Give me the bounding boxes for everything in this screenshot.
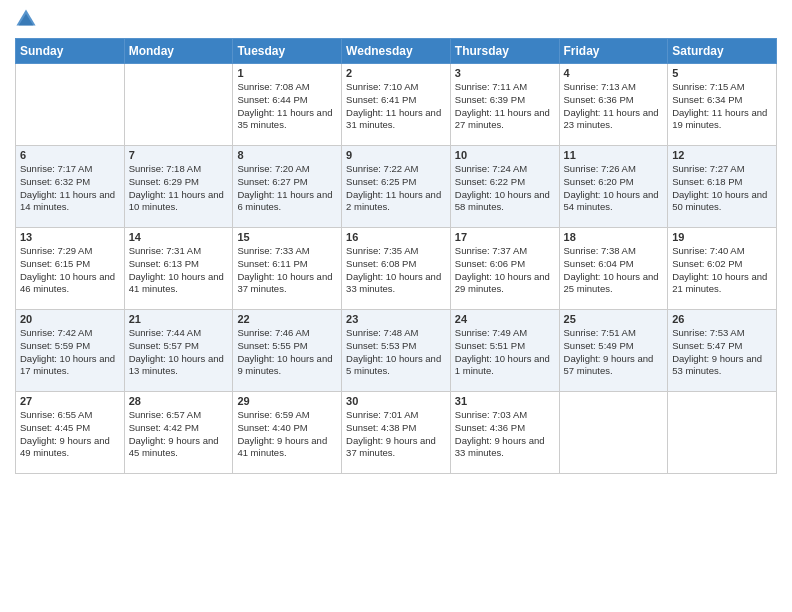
day-info: Sunrise: 7:33 AM Sunset: 6:11 PM Dayligh…: [237, 245, 337, 296]
day-number: 10: [455, 149, 555, 161]
day-number: 14: [129, 231, 229, 243]
calendar-cell: 13Sunrise: 7:29 AM Sunset: 6:15 PM Dayli…: [16, 228, 125, 310]
day-info: Sunrise: 7:49 AM Sunset: 5:51 PM Dayligh…: [455, 327, 555, 378]
day-info: Sunrise: 7:51 AM Sunset: 5:49 PM Dayligh…: [564, 327, 664, 378]
calendar-cell: 1Sunrise: 7:08 AM Sunset: 6:44 PM Daylig…: [233, 64, 342, 146]
calendar-cell: 12Sunrise: 7:27 AM Sunset: 6:18 PM Dayli…: [668, 146, 777, 228]
day-number: 31: [455, 395, 555, 407]
day-number: 1: [237, 67, 337, 79]
calendar-cell: 26Sunrise: 7:53 AM Sunset: 5:47 PM Dayli…: [668, 310, 777, 392]
calendar-cell: 10Sunrise: 7:24 AM Sunset: 6:22 PM Dayli…: [450, 146, 559, 228]
day-info: Sunrise: 7:01 AM Sunset: 4:38 PM Dayligh…: [346, 409, 446, 460]
day-number: 26: [672, 313, 772, 325]
logo-icon: [15, 8, 37, 30]
day-info: Sunrise: 7:35 AM Sunset: 6:08 PM Dayligh…: [346, 245, 446, 296]
calendar-week-row: 27Sunrise: 6:55 AM Sunset: 4:45 PM Dayli…: [16, 392, 777, 474]
day-info: Sunrise: 7:29 AM Sunset: 6:15 PM Dayligh…: [20, 245, 120, 296]
calendar-week-row: 1Sunrise: 7:08 AM Sunset: 6:44 PM Daylig…: [16, 64, 777, 146]
day-info: Sunrise: 7:17 AM Sunset: 6:32 PM Dayligh…: [20, 163, 120, 214]
day-number: 27: [20, 395, 120, 407]
day-number: 23: [346, 313, 446, 325]
day-number: 15: [237, 231, 337, 243]
day-number: 12: [672, 149, 772, 161]
calendar-cell: 3Sunrise: 7:11 AM Sunset: 6:39 PM Daylig…: [450, 64, 559, 146]
calendar: SundayMondayTuesdayWednesdayThursdayFrid…: [15, 38, 777, 474]
calendar-cell: 22Sunrise: 7:46 AM Sunset: 5:55 PM Dayli…: [233, 310, 342, 392]
day-info: Sunrise: 7:46 AM Sunset: 5:55 PM Dayligh…: [237, 327, 337, 378]
calendar-day-header: Wednesday: [342, 39, 451, 64]
calendar-cell: 8Sunrise: 7:20 AM Sunset: 6:27 PM Daylig…: [233, 146, 342, 228]
day-info: Sunrise: 7:44 AM Sunset: 5:57 PM Dayligh…: [129, 327, 229, 378]
header: [15, 10, 777, 30]
day-info: Sunrise: 7:42 AM Sunset: 5:59 PM Dayligh…: [20, 327, 120, 378]
day-number: 9: [346, 149, 446, 161]
calendar-cell: [124, 64, 233, 146]
day-info: Sunrise: 7:48 AM Sunset: 5:53 PM Dayligh…: [346, 327, 446, 378]
calendar-cell: 24Sunrise: 7:49 AM Sunset: 5:51 PM Dayli…: [450, 310, 559, 392]
day-number: 8: [237, 149, 337, 161]
day-info: Sunrise: 7:38 AM Sunset: 6:04 PM Dayligh…: [564, 245, 664, 296]
calendar-cell: 18Sunrise: 7:38 AM Sunset: 6:04 PM Dayli…: [559, 228, 668, 310]
day-info: Sunrise: 7:31 AM Sunset: 6:13 PM Dayligh…: [129, 245, 229, 296]
day-number: 28: [129, 395, 229, 407]
day-info: Sunrise: 7:15 AM Sunset: 6:34 PM Dayligh…: [672, 81, 772, 132]
calendar-cell: 4Sunrise: 7:13 AM Sunset: 6:36 PM Daylig…: [559, 64, 668, 146]
calendar-cell: [559, 392, 668, 474]
calendar-cell: 30Sunrise: 7:01 AM Sunset: 4:38 PM Dayli…: [342, 392, 451, 474]
day-info: Sunrise: 7:26 AM Sunset: 6:20 PM Dayligh…: [564, 163, 664, 214]
calendar-cell: 16Sunrise: 7:35 AM Sunset: 6:08 PM Dayli…: [342, 228, 451, 310]
calendar-cell: 21Sunrise: 7:44 AM Sunset: 5:57 PM Dayli…: [124, 310, 233, 392]
day-info: Sunrise: 6:59 AM Sunset: 4:40 PM Dayligh…: [237, 409, 337, 460]
day-number: 5: [672, 67, 772, 79]
day-info: Sunrise: 7:24 AM Sunset: 6:22 PM Dayligh…: [455, 163, 555, 214]
day-number: 16: [346, 231, 446, 243]
calendar-day-header: Monday: [124, 39, 233, 64]
page: SundayMondayTuesdayWednesdayThursdayFrid…: [0, 0, 792, 484]
day-number: 25: [564, 313, 664, 325]
calendar-cell: 5Sunrise: 7:15 AM Sunset: 6:34 PM Daylig…: [668, 64, 777, 146]
day-info: Sunrise: 6:57 AM Sunset: 4:42 PM Dayligh…: [129, 409, 229, 460]
calendar-day-header: Friday: [559, 39, 668, 64]
calendar-cell: 9Sunrise: 7:22 AM Sunset: 6:25 PM Daylig…: [342, 146, 451, 228]
day-number: 22: [237, 313, 337, 325]
day-info: Sunrise: 7:22 AM Sunset: 6:25 PM Dayligh…: [346, 163, 446, 214]
day-info: Sunrise: 7:03 AM Sunset: 4:36 PM Dayligh…: [455, 409, 555, 460]
day-number: 21: [129, 313, 229, 325]
calendar-day-header: Thursday: [450, 39, 559, 64]
day-number: 7: [129, 149, 229, 161]
day-info: Sunrise: 6:55 AM Sunset: 4:45 PM Dayligh…: [20, 409, 120, 460]
day-number: 11: [564, 149, 664, 161]
calendar-week-row: 20Sunrise: 7:42 AM Sunset: 5:59 PM Dayli…: [16, 310, 777, 392]
day-number: 2: [346, 67, 446, 79]
calendar-day-header: Saturday: [668, 39, 777, 64]
calendar-cell: 27Sunrise: 6:55 AM Sunset: 4:45 PM Dayli…: [16, 392, 125, 474]
calendar-header-row: SundayMondayTuesdayWednesdayThursdayFrid…: [16, 39, 777, 64]
day-info: Sunrise: 7:10 AM Sunset: 6:41 PM Dayligh…: [346, 81, 446, 132]
calendar-cell: 19Sunrise: 7:40 AM Sunset: 6:02 PM Dayli…: [668, 228, 777, 310]
day-number: 24: [455, 313, 555, 325]
calendar-week-row: 6Sunrise: 7:17 AM Sunset: 6:32 PM Daylig…: [16, 146, 777, 228]
calendar-cell: 17Sunrise: 7:37 AM Sunset: 6:06 PM Dayli…: [450, 228, 559, 310]
day-number: 19: [672, 231, 772, 243]
day-number: 30: [346, 395, 446, 407]
calendar-cell: 23Sunrise: 7:48 AM Sunset: 5:53 PM Dayli…: [342, 310, 451, 392]
day-info: Sunrise: 7:18 AM Sunset: 6:29 PM Dayligh…: [129, 163, 229, 214]
day-number: 13: [20, 231, 120, 243]
calendar-cell: 15Sunrise: 7:33 AM Sunset: 6:11 PM Dayli…: [233, 228, 342, 310]
calendar-cell: 25Sunrise: 7:51 AM Sunset: 5:49 PM Dayli…: [559, 310, 668, 392]
day-info: Sunrise: 7:53 AM Sunset: 5:47 PM Dayligh…: [672, 327, 772, 378]
calendar-cell: [16, 64, 125, 146]
calendar-week-row: 13Sunrise: 7:29 AM Sunset: 6:15 PM Dayli…: [16, 228, 777, 310]
calendar-cell: 29Sunrise: 6:59 AM Sunset: 4:40 PM Dayli…: [233, 392, 342, 474]
calendar-cell: 2Sunrise: 7:10 AM Sunset: 6:41 PM Daylig…: [342, 64, 451, 146]
day-number: 4: [564, 67, 664, 79]
calendar-cell: 28Sunrise: 6:57 AM Sunset: 4:42 PM Dayli…: [124, 392, 233, 474]
day-info: Sunrise: 7:37 AM Sunset: 6:06 PM Dayligh…: [455, 245, 555, 296]
calendar-day-header: Tuesday: [233, 39, 342, 64]
day-info: Sunrise: 7:20 AM Sunset: 6:27 PM Dayligh…: [237, 163, 337, 214]
day-number: 17: [455, 231, 555, 243]
calendar-cell: 6Sunrise: 7:17 AM Sunset: 6:32 PM Daylig…: [16, 146, 125, 228]
day-number: 20: [20, 313, 120, 325]
calendar-cell: 14Sunrise: 7:31 AM Sunset: 6:13 PM Dayli…: [124, 228, 233, 310]
calendar-day-header: Sunday: [16, 39, 125, 64]
